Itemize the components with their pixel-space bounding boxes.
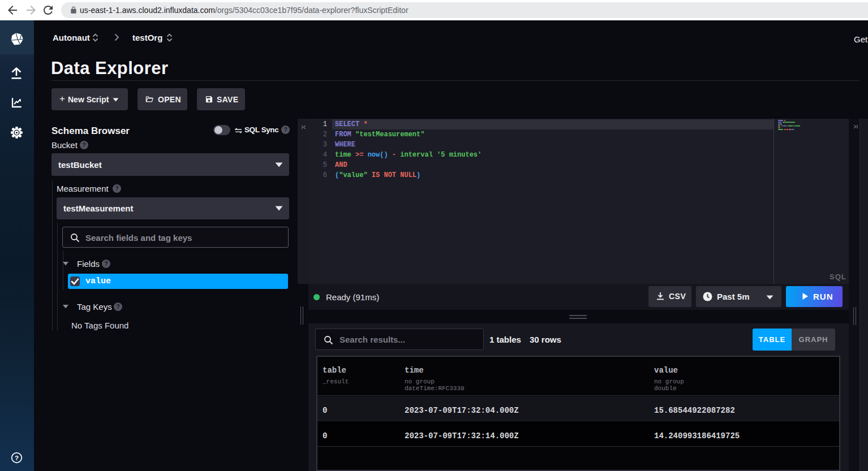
svg-text:?: ? xyxy=(15,455,19,461)
